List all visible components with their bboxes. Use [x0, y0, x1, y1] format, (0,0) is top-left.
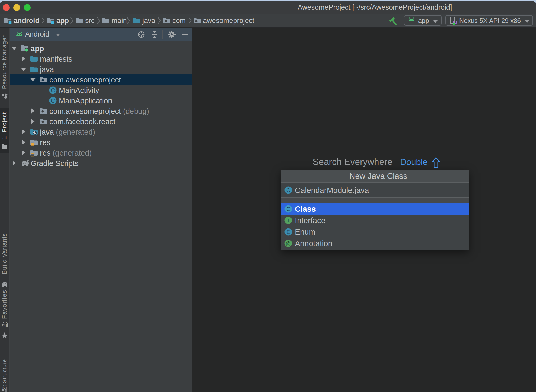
svg-text:C: C: [51, 87, 55, 93]
svg-text:C: C: [286, 206, 290, 212]
svg-text:@: @: [286, 241, 291, 246]
svg-text:C: C: [286, 187, 290, 193]
svg-text:C: C: [51, 98, 55, 104]
svg-text:E: E: [287, 229, 290, 235]
svg-text:I: I: [288, 218, 289, 223]
